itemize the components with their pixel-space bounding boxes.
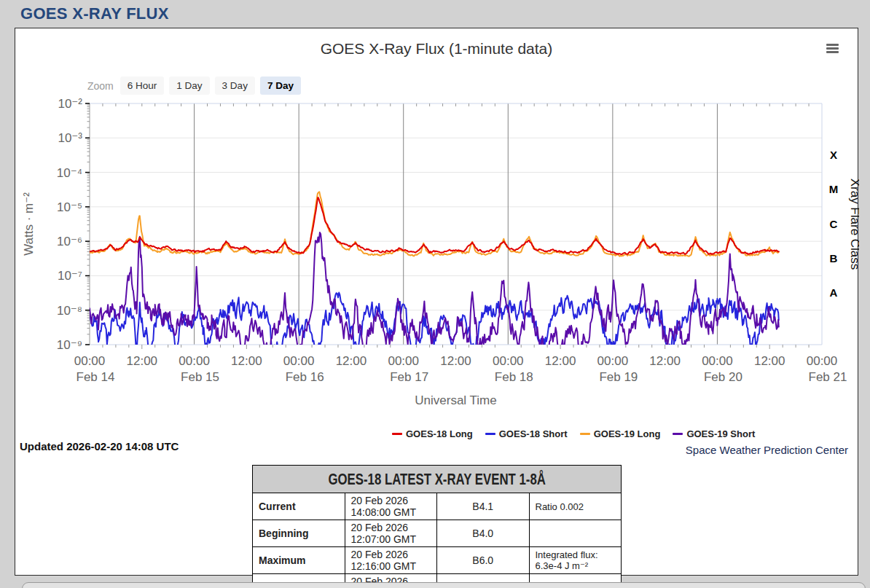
x-axis-time-label: 00:00 [807,354,838,368]
x-axis-time-label: 12:00 [336,354,367,368]
credit-link[interactable]: Space Weather Prediction Center [686,444,848,456]
x-axis-time-label: 00:00 [597,354,629,368]
y-axis-tick-label: 10⁻³ [58,131,82,145]
event-cell-label: Current [253,493,345,520]
flare-class-label-b: B [830,252,838,264]
x-axis-day-label: Feb 20 [704,370,742,384]
event-cell-time: 20 Feb 2026 14:08:00 GMT [345,493,437,520]
legend-item-goes-19-short[interactable]: GOES-19 Short [673,428,755,439]
event-cell-note: Integrated flux: 6.3e-4 J m⁻² [529,547,622,574]
flare-class-label-x: X [830,149,837,161]
chart-panel: GOES X-Ray Flux (1-minute data) Zoom 6 H… [15,28,858,576]
xray-flux-chart: 10⁻²10⁻³10⁻⁴10⁻⁵10⁻⁶10⁻⁷10⁻⁸10⁻⁹Watts · … [15,98,859,412]
updated-timestamp: Updated 2026-02-20 14:08 UTC [20,440,179,452]
y-axis-title: Watts · m⁻² [22,192,36,256]
next-section-top-edge [22,582,866,588]
event-row-maximum: Maximum20 Feb 2026 12:16:00 GMTB6.0Integ… [253,547,622,574]
x-axis-time-label: 00:00 [74,354,106,368]
zoom-button-3-day[interactable]: 3 Day [215,77,255,95]
x-axis-time-label: 00:00 [493,354,524,368]
y-axis-tick-label: 10⁻² [58,98,82,111]
x-axis-day-label: Feb 21 [809,370,847,384]
event-cell-class: B6.0 [437,547,530,574]
y-axis-tick-label: 10⁻⁸ [57,304,82,318]
event-cell-note: Ratio 0.002 [529,493,622,520]
zoom-button-1-day[interactable]: 1 Day [169,77,209,95]
x-axis-day-label: Feb 15 [181,370,219,384]
y-axis-tick-label: 10⁻⁹ [57,338,82,352]
x-axis-time-label: 12:00 [754,354,785,368]
legend-label: GOES-19 Long [594,428,661,439]
right-axis-title: Xray Flare Class [848,179,859,270]
chart-title: GOES X-Ray Flux (1-minute data) [15,40,858,58]
hamburger-icon[interactable] [826,44,839,53]
x-axis-time-label: 00:00 [702,354,733,368]
y-axis-tick-label: 10⁻⁴ [57,166,82,180]
legend-item-goes-18-long[interactable]: GOES-18 Long [392,428,473,439]
y-axis-tick-label: 10⁻⁷ [58,269,82,283]
flare-class-label-c: C [830,218,838,230]
event-row-beginning: Beginning20 Feb 2026 12:07:00 GMTB4.0 [253,520,622,547]
event-table-title: GOES-18 LATEST X-RAY EVENT 1-8Å [328,470,545,489]
event-cell-note [529,520,622,547]
x-axis-time-label: 00:00 [179,354,210,368]
event-cell-time: 20 Feb 2026 12:16:00 GMT [345,547,437,574]
x-axis-day-label: Feb 19 [599,370,638,384]
legend-dash-icon [673,433,683,435]
x-axis-time-label: 00:00 [283,354,315,368]
event-cell-time: 20 Feb 2026 12:07:00 GMT [345,520,437,547]
zoom-controls: Zoom 6 Hour1 Day3 Day7 Day [87,77,301,95]
event-cell-label: Beginning [253,520,345,547]
x-axis-day-label: Feb 16 [286,370,324,384]
event-cell-class: B4.0 [437,520,530,547]
x-axis-day-label: Feb 17 [390,370,428,384]
x-axis-time-label: 12:00 [231,354,262,368]
series-goes-18-long [90,197,779,254]
y-axis-tick-label: 10⁻⁶ [57,235,82,248]
event-row-current: Current20 Feb 2026 14:08:00 GMTB4.1Ratio… [253,493,622,520]
flare-class-label-a: A [830,286,838,299]
chart-legend: GOES-18 LongGOES-18 ShortGOES-19 LongGOE… [392,428,755,439]
series-goes-19-long [90,192,779,256]
legend-label: GOES-19 Short [686,428,755,439]
x-axis-title: Universal Time [415,393,496,407]
x-axis-time-label: 12:00 [545,354,576,368]
event-cell-label: Maximum [253,547,345,574]
x-axis-time-label: 12:00 [440,354,471,368]
legend-label: GOES-18 Short [499,428,568,439]
x-axis-time-label: 12:00 [127,354,158,368]
legend-dash-icon [580,433,590,435]
x-axis-day-label: Feb 18 [495,370,533,384]
y-axis-tick-label: 10⁻⁵ [57,200,82,214]
x-axis-day-label: Feb 14 [77,370,115,384]
goes-xray-flux-page: { "page": { "title": "GOES X-RAY FLUX", … [0,0,870,588]
flare-class-label-m: M [829,183,839,195]
legend-item-goes-18-short[interactable]: GOES-18 Short [485,428,568,439]
legend-dash-icon [485,433,495,435]
zoom-label: Zoom [87,80,114,92]
legend-label: GOES-18 Long [406,428,473,439]
legend-item-goes-19-long[interactable]: GOES-19 Long [580,428,661,439]
latest-xray-event-table: GOES-18 LATEST X-RAY EVENT 1-8Å Current2… [252,465,622,588]
page-title: GOES X-RAY FLUX [20,4,169,23]
zoom-button-7-day[interactable]: 7 Day [260,77,301,95]
legend-dash-icon [392,433,402,435]
x-axis-time-label: 00:00 [388,354,419,368]
event-cell-class: B4.1 [437,493,530,520]
event-table-body: Current20 Feb 2026 14:08:00 GMTB4.1Ratio… [253,493,622,588]
x-axis-time-label: 12:00 [649,354,681,368]
zoom-button-6-hour[interactable]: 6 Hour [120,77,165,95]
